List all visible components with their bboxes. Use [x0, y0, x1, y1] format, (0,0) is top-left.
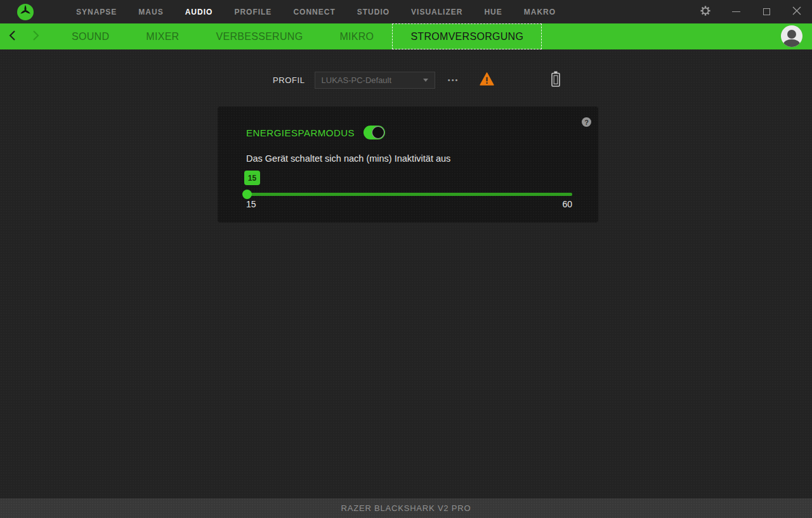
- avatar-head: [787, 30, 796, 39]
- card-description: Das Gerät schaltet sich nach (mins) Inak…: [246, 153, 450, 164]
- tab-mixer[interactable]: MIXER: [128, 23, 197, 49]
- minimize-icon: [732, 11, 740, 12]
- device-statusbar[interactable]: RAZER BLACKSHARK V2 PRO: [0, 498, 812, 518]
- slider-value-badge: 15: [244, 171, 260, 185]
- menu-item-synapse[interactable]: SYNAPSE: [65, 0, 128, 23]
- battery-status-button[interactable]: [551, 71, 560, 89]
- tab-verbesserung[interactable]: VERBESSERUNG: [197, 23, 321, 49]
- chevron-left-icon: [8, 30, 16, 44]
- slider-labels: 15 60: [246, 199, 572, 209]
- menu-item-studio[interactable]: STUDIO: [346, 0, 400, 23]
- warning-button[interactable]: [480, 72, 494, 88]
- tab-list: SOUND MIXER VERBESSERUNG MIKRO STROMVERS…: [53, 23, 542, 49]
- energy-saving-card: ? ENERGIESPARMODUS Das Gerät schaltet si…: [218, 107, 598, 223]
- razer-synapse-window: { "titlebar": { "menu": ["SYNAPSE", "MAU…: [0, 0, 812, 518]
- user-avatar[interactable]: [781, 25, 802, 47]
- maximize-button[interactable]: [751, 0, 782, 23]
- battery-icon: [551, 71, 560, 89]
- tab-stromversorgung[interactable]: STROMVERSORGUNG: [392, 23, 542, 49]
- slider-max-label: 60: [562, 199, 572, 209]
- razer-logo-button[interactable]: [17, 4, 34, 20]
- more-options-button[interactable]: •••: [446, 76, 461, 84]
- energy-saving-toggle[interactable]: [363, 126, 385, 139]
- toggle-knob: [372, 126, 384, 139]
- card-title: ENERGIESPARMODUS: [246, 127, 355, 138]
- slider-thumb[interactable]: [242, 190, 252, 199]
- avatar-body: [783, 39, 800, 47]
- chevron-right-icon: [32, 30, 40, 44]
- chevron-down-icon: [423, 79, 428, 82]
- settings-button[interactable]: [690, 0, 721, 23]
- menu-item-profile[interactable]: PROFILE: [223, 0, 282, 23]
- profile-label: PROFIL: [273, 75, 305, 85]
- menu-item-hue[interactable]: HUE: [473, 0, 513, 23]
- razer-logo-icon: [19, 4, 32, 20]
- warning-triangle-icon: [480, 72, 494, 88]
- forward-button[interactable]: [24, 23, 48, 49]
- tab-mikro[interactable]: MIKRO: [321, 23, 392, 49]
- inactivity-slider[interactable]: [246, 193, 572, 196]
- close-button[interactable]: [782, 0, 812, 23]
- slider-min-label: 15: [246, 199, 256, 209]
- close-icon: [792, 6, 801, 18]
- profile-row: PROFIL LUKAS-PC-Default •••: [273, 71, 560, 89]
- audio-tabbar: SOUND MIXER VERBESSERUNG MIKRO STROMVERS…: [0, 23, 812, 49]
- tab-sound[interactable]: SOUND: [53, 23, 128, 49]
- card-title-row: ENERGIESPARMODUS: [246, 126, 385, 139]
- window-controls: [690, 0, 812, 23]
- back-button[interactable]: [0, 23, 24, 49]
- maximize-icon: [763, 8, 770, 15]
- device-name: RAZER BLACKSHARK V2 PRO: [341, 503, 471, 513]
- titlebar: SYNAPSE MAUS AUDIO PROFILE CONNECT STUDI…: [0, 0, 812, 23]
- module-menu: SYNAPSE MAUS AUDIO PROFILE CONNECT STUDI…: [65, 0, 566, 23]
- help-button[interactable]: ?: [582, 117, 591, 127]
- menu-item-audio[interactable]: AUDIO: [174, 0, 224, 23]
- minimize-button[interactable]: [721, 0, 751, 23]
- menu-item-connect[interactable]: CONNECT: [282, 0, 346, 23]
- menu-item-makro[interactable]: MAKRO: [513, 0, 566, 23]
- menu-item-maus[interactable]: MAUS: [128, 0, 174, 23]
- gear-icon: [700, 6, 710, 18]
- profile-dropdown[interactable]: LUKAS-PC-Default: [315, 72, 435, 89]
- profile-dropdown-value: LUKAS-PC-Default: [322, 75, 419, 85]
- menu-item-visualizer[interactable]: VISUALIZER: [400, 0, 473, 23]
